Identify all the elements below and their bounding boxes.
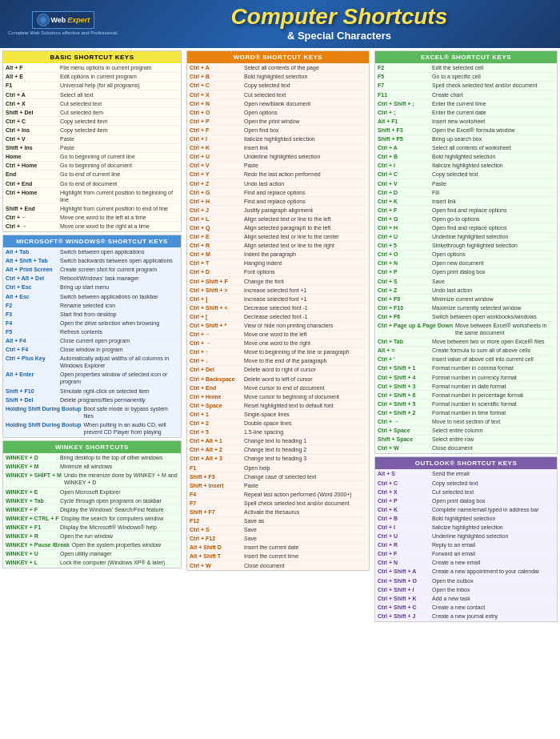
desc: Open help — [244, 464, 366, 472]
key: F1 — [6, 82, 60, 89]
key: Alt + Tab — [6, 248, 60, 255]
key: Ctrl + ' — [378, 355, 432, 363]
desc: Save as — [244, 517, 366, 524]
desc: Format number in date format — [432, 383, 554, 390]
desc: Undo the minimize done by WINKEY + M and… — [64, 472, 178, 486]
list-item: Ctrl + CCopy selected text — [378, 479, 554, 488]
list-item: WINKEY + DBring desktop to the top of ot… — [6, 454, 178, 463]
list-item: Ctrl + Page up & Page DownMove between E… — [378, 322, 554, 338]
list-item: Shift + F7Activate the thesaurus — [190, 508, 366, 516]
key: Ctrl + Shift + J — [378, 612, 432, 620]
key: Ctrl + ↑ — [190, 348, 244, 355]
key: Ctrl + O — [378, 251, 432, 258]
key: Ctrl + [ — [190, 313, 244, 320]
list-item: Ctrl + Shift + 2Format number in time fo… — [378, 408, 554, 417]
desc: Align selected text or line to the cente… — [244, 233, 366, 240]
list-item: Ctrl + Shift + >Increase selected font +… — [190, 286, 366, 295]
list-item: Ctrl + VPaste — [6, 135, 178, 144]
key: Ctrl + V — [6, 135, 60, 143]
key: Ctrl + F10 — [378, 304, 432, 311]
desc: Paste — [60, 144, 178, 151]
key: Ctrl + F — [378, 550, 432, 557]
list-item: Shift + InsertPaste — [190, 481, 366, 490]
list-item: Alt + Shift + TabSwitch backwards betwee… — [6, 257, 178, 266]
list-item: Alt + FFile menu options in current prog… — [6, 64, 178, 73]
list-item: Ctrl + Alt + 3Change text to heading 3 — [190, 455, 366, 464]
key: Ctrl + H — [378, 224, 432, 231]
list-item: Ctrl + UUnderline highlighted selection — [378, 233, 554, 242]
desc: Send the email — [432, 470, 554, 477]
desc: Decrease selected font -1 — [244, 304, 366, 311]
list-item: Ctrl + HomeGo to beginning of document — [6, 162, 178, 171]
list-item: Ctrl + IItalicize highlighted selection — [378, 523, 554, 532]
key: F4 — [6, 319, 60, 327]
list-item: Ctrl + 2Double-space lines — [190, 420, 366, 428]
list-item: Ctrl + LAlign selected text or line to t… — [190, 215, 366, 223]
desc: Open utility manager — [60, 550, 178, 557]
key: Ctrl + ← — [6, 214, 60, 221]
desc: Find and replace options — [244, 189, 366, 196]
desc: Go to beginning of document — [60, 162, 178, 169]
section-outlook-body: Alt + SSend the email Ctrl + CCopy selec… — [375, 469, 557, 621]
key: Shift + F3 — [378, 127, 432, 134]
key: Ctrl + L — [190, 215, 244, 223]
list-item: Ctrl + NOpen new document — [378, 259, 554, 268]
desc: Rename selected icon — [60, 302, 178, 309]
key: Shift + Insert — [190, 482, 244, 489]
key: Ctrl + N — [190, 100, 244, 107]
key: Ctrl + Shift + C — [378, 604, 432, 611]
list-item: Alt + TabSwitch between open application… — [6, 248, 178, 257]
list-item: Ctrl + VPaste — [190, 162, 366, 171]
list-item: Ctrl + Alt + 2Change text to heading 2 — [190, 446, 366, 455]
desc: When putting in an audio CD, will preven… — [83, 421, 178, 436]
list-item: Ctrl + GFind and replace options — [190, 188, 366, 197]
key: Ctrl + V — [190, 162, 244, 169]
list-item: WINKEY + UOpen utility manager — [6, 550, 178, 559]
list-item: F1Open help — [190, 464, 366, 472]
key: Ctrl + Home — [6, 189, 60, 196]
list-item: F11Create chart — [378, 90, 554, 99]
key: F7 — [190, 500, 244, 507]
key: Ctrl + Alt + 3 — [190, 455, 244, 462]
desc: Close current open program — [60, 337, 178, 344]
key: Ctrl + P — [378, 497, 432, 504]
key: Ctrl + Plus Key — [6, 355, 60, 362]
header-title-area: Computer Shortcuts & Special Characters — [126, 5, 552, 42]
list-item: Ctrl + Shift + 6Format number in percent… — [378, 391, 554, 400]
list-item: WINKEY + Pause /BreakOpen the system pro… — [6, 541, 178, 550]
list-item: Ctrl + ASelect all contents of the page — [190, 64, 366, 73]
key: Shift + Del — [6, 396, 60, 404]
key: Ctrl + X — [378, 488, 432, 496]
list-item: Alt + SSend the email — [378, 470, 554, 479]
desc: Underline highlighted selection — [244, 153, 366, 160]
desc: Cut selected text — [60, 100, 178, 107]
key: Ctrl + A — [378, 144, 432, 151]
key: Home — [6, 153, 60, 160]
desc: Switch between open applications — [60, 248, 178, 255]
key: F2 — [378, 64, 432, 71]
key: Ctrl + X — [190, 91, 244, 98]
list-item: Alt + F1Insert new worksheet — [378, 117, 554, 126]
desc: Enter the current time — [432, 100, 554, 107]
key: Shift + F7 — [190, 508, 244, 516]
key: Ctrl + 5 — [190, 428, 244, 436]
list-item: Ctrl + 'Insert value of above cell into … — [378, 355, 554, 364]
desc: Font options — [244, 268, 366, 275]
desc: Open find and replace options — [432, 207, 554, 214]
list-item: Ctrl + Shift + IOpen the inbox — [378, 585, 554, 594]
key: Ctrl + Space — [378, 427, 432, 434]
key: Shift + F5 — [378, 135, 432, 143]
key: Ctrl + R — [378, 541, 432, 548]
list-item: F4Repeat last action performed (Word 200… — [190, 490, 366, 499]
desc: Move one word to the left — [244, 331, 366, 338]
section-word: WORD® SHORTCUT KEYS Ctrl + ASelect all c… — [186, 50, 370, 571]
section-windows: MICROSOFT® WINDOWS® SHORTCUT KEYS Alt + … — [2, 235, 182, 438]
section-outlook-header: OUTLOOK® SHORTCUT KEYS — [375, 457, 557, 469]
desc: Boot safe mode or bypass system files — [83, 405, 178, 420]
desc: Open find box — [244, 127, 366, 134]
list-item: Ctrl + Shift + ACreate a new appointment… — [378, 568, 554, 576]
key: Ctrl + P — [378, 268, 432, 275]
desc: Create a new journal entry — [432, 612, 554, 620]
desc: Select all contents of worksheet — [432, 144, 554, 151]
desc: Decrease selected font -1 — [244, 313, 366, 320]
